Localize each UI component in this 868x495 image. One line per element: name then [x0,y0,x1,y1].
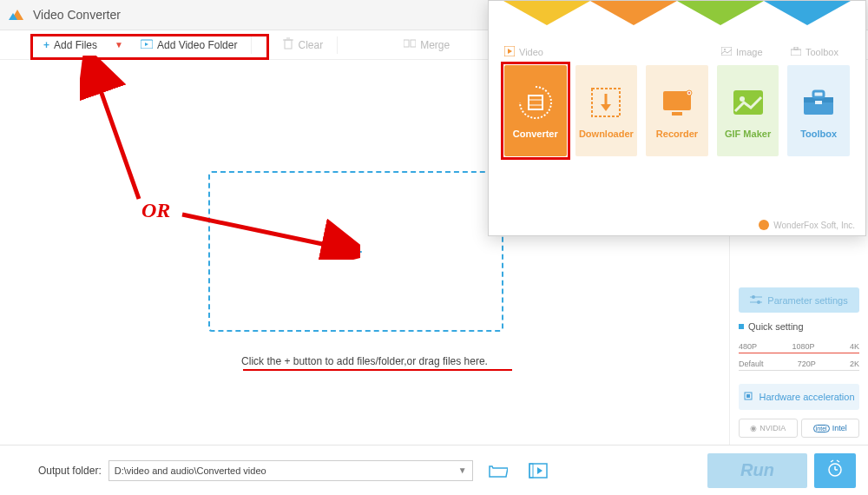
schedule-button[interactable] [814,453,856,488]
play-icon [504,46,515,58]
tile-toolbox-label: Toolbox [800,129,837,139]
parameter-settings-label: Parameter settings [767,295,847,306]
tile-downloader[interactable]: Downloader [575,65,638,156]
scale-1080p: 1080P [792,342,814,351]
svg-line-25 [831,460,833,462]
svg-marker-3 [145,43,148,46]
scale-line-gray [739,370,859,371]
hardware-accel-button[interactable]: Hardware acceleration [739,384,859,410]
tile-gif[interactable]: GIF Maker [717,65,779,156]
popup-decoration [489,1,865,25]
add-files-label: Add Files [54,39,97,51]
svg-point-16 [757,300,760,304]
add-files-dropdown-icon[interactable]: ▼ [115,40,123,50]
toolbox-header-icon [791,47,801,57]
deco-triangle-icon [764,1,851,25]
output-folder-select[interactable]: D:\video and audio\Converted video ▼ [108,460,473,481]
quality-scale[interactable]: 480P 1080P 4K Default 720P 2K [739,340,859,375]
gif-icon [729,83,767,122]
hardware-accel-label: Hardware acceleration [759,392,854,402]
header-toolbox: Toolbox [791,47,838,57]
dropdown-caret-icon: ▼ [458,465,467,475]
merge-label: Merge [420,39,450,51]
run-button[interactable]: Run [707,453,807,488]
svg-marker-21 [537,467,542,474]
deco-triangle-icon [590,1,677,25]
converter-icon [516,83,555,122]
annotation-underline [243,369,512,371]
scale-2k: 2K [850,360,859,368]
svg-line-10 [93,69,139,199]
image-icon [721,47,732,57]
tile-converter-label: Converter [513,129,558,139]
intel-label: Intel [832,424,847,432]
svg-rect-7 [404,40,409,47]
nvidia-badge[interactable]: ◉ NVIDIA [739,419,798,438]
svg-point-30 [724,49,726,50]
wonderfox-logo-icon [759,220,769,230]
dot-icon [739,324,744,329]
svg-rect-43 [733,90,763,115]
parameter-settings-button[interactable]: Parameter settings [739,287,859,314]
tile-downloader-label: Downloader [579,129,634,139]
clear-label: Clear [298,39,323,51]
intel-icon: intel [813,425,830,432]
app-title: Video Converter [33,8,121,22]
module-popup: Video Image Toolbox Converter D [488,0,866,236]
svg-rect-33 [529,96,542,109]
tile-recorder-label: Recorder [656,129,698,139]
popup-headers: Video Image Toolbox [489,25,865,65]
annotation-arrow-up-icon [80,56,149,203]
svg-rect-31 [791,50,801,56]
scale-line-red [739,353,859,353]
app-logo-icon [9,6,26,23]
header-video: Video [504,46,721,58]
svg-line-12 [182,214,347,249]
clear-button[interactable]: Clear [273,30,333,59]
popup-footer-text: WonderFox Soft, Inc. [773,221,855,230]
video-preview-button[interactable] [523,456,553,485]
annotation-or-text: OR [141,199,170,222]
scale-480p: 480P [739,342,757,351]
tile-converter[interactable]: Converter [504,65,567,156]
plus-icon: + [43,39,49,51]
add-folder-label: Add Video Folder [157,39,238,51]
output-folder-label: Output folder: [38,465,102,477]
svg-rect-8 [411,40,416,47]
svg-line-26 [837,460,839,462]
tile-recorder[interactable]: Recorder [646,65,708,156]
intel-badge[interactable]: intel Intel [801,419,860,438]
annotation-arrow-right-icon [178,208,360,260]
quick-setting-text: Quick setting [748,321,804,332]
svg-marker-38 [601,104,611,111]
svg-rect-47 [813,91,824,97]
folder-video-icon [141,38,153,51]
bottombar: Output folder: D:\video and audio\Conver… [0,445,868,495]
scale-default: Default [739,360,764,368]
nvidia-icon: ◉ [750,424,757,432]
svg-marker-28 [508,49,512,54]
svg-point-42 [688,92,690,94]
trash-icon [283,37,293,52]
svg-rect-4 [285,40,292,49]
open-folder-button[interactable] [483,456,513,485]
chip-icon [743,391,753,403]
header-image-label: Image [736,47,763,57]
sliders-icon [750,294,762,307]
recorder-icon [658,83,696,122]
deco-triangle-icon [677,1,764,25]
scale-4k: 4K [850,342,859,351]
scale-top: 480P 1080P 4K [739,342,859,351]
tile-gif-label: GIF Maker [725,129,771,139]
run-label: Run [740,460,774,480]
downloader-icon [587,83,625,122]
divider [251,36,252,54]
tile-toolbox[interactable]: Toolbox [787,65,850,156]
deco-triangle-icon [503,1,590,25]
merge-button[interactable]: Merge [393,30,460,59]
toolbox-icon [799,83,838,122]
svg-rect-40 [672,112,682,116]
nvidia-label: NVIDIA [760,424,786,432]
svg-point-15 [752,295,755,299]
svg-rect-32 [794,47,798,50]
